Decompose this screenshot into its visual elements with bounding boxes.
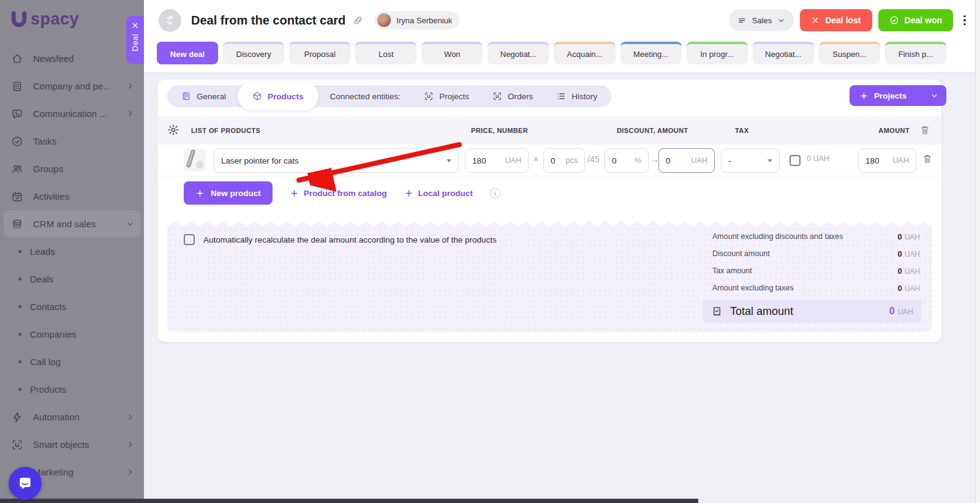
total-amount-row: Total amount 0UAH	[703, 300, 922, 323]
stage-acquaintance[interactable]: Acquain...	[554, 42, 615, 64]
stage-finish[interactable]: Finish p...	[885, 42, 946, 64]
stage-new-deal[interactable]: New deal	[157, 42, 218, 64]
stage-meeting[interactable]: Meeting...	[620, 42, 682, 64]
stage-suspended[interactable]: Suspen...	[819, 42, 880, 64]
tax-included-checkbox[interactable]	[790, 155, 801, 166]
users-icon	[11, 163, 23, 175]
tab-connected-entities[interactable]: Connected entities:	[318, 85, 413, 107]
chevron-right-icon	[126, 110, 134, 118]
product-select[interactable]: Laser pointer for cats	[214, 148, 459, 173]
discount-amount-input[interactable]: 0 UAH	[658, 148, 715, 173]
price-input[interactable]: 180 UAH	[465, 148, 529, 173]
sidebar-item-crm[interactable]: CRM and sales	[4, 210, 140, 238]
tab-orders[interactable]: Orders	[481, 85, 545, 107]
plus-icon	[859, 91, 869, 100]
gear-icon[interactable]	[167, 124, 179, 136]
sidebar-subitem-label: Call log	[30, 357, 61, 367]
chevron-down-icon	[777, 17, 785, 25]
tab-history[interactable]: History	[545, 85, 609, 107]
stage-lost[interactable]: Lost	[355, 42, 417, 64]
kebab-menu-icon[interactable]	[959, 12, 970, 29]
summary-row: Tax amount 0UAH	[703, 262, 922, 279]
stage-label: Meeting...	[633, 50, 668, 59]
local-product-button[interactable]: Local product	[404, 189, 473, 198]
product-from-catalog-button[interactable]: Product from catalog	[290, 189, 387, 198]
stage-in-progress[interactable]: In progr...	[687, 42, 748, 64]
tab-label: Connected entities:	[330, 92, 401, 101]
trash-icon[interactable]	[922, 153, 933, 164]
check-circle-icon	[889, 15, 899, 25]
sidebar-item-label: Smart objects	[33, 439, 116, 450]
stage-label: New deal	[170, 50, 205, 59]
sidebar-item-activities[interactable]: Activities	[0, 183, 144, 210]
close-icon[interactable]	[131, 21, 139, 29]
funnel-select[interactable]: Sales	[729, 9, 794, 31]
sidebar-item-smart-objects[interactable]: Smart objects	[0, 431, 144, 458]
sidebar-item-deals[interactable]: Deals	[0, 265, 144, 293]
uspacy-logo[interactable]: spacy	[0, 0, 144, 29]
stage-proposal[interactable]: Proposal	[289, 42, 350, 64]
pipeline-stages: New deal Discovery Proposal Lost Won Neg…	[157, 42, 946, 64]
sidebar-item-companies[interactable]: Companies	[0, 320, 144, 348]
column-list-of-products: LIST OF PRODUCTS	[191, 116, 260, 145]
support-chat-button[interactable]	[9, 467, 42, 500]
tax-select[interactable]: -	[721, 148, 780, 173]
deal-products-card: General Products Connected entities: Pro…	[157, 80, 941, 342]
sidebar-item-leads[interactable]: Leads	[0, 238, 144, 265]
sidebar-item-groups[interactable]: Groups	[0, 155, 144, 183]
info-icon[interactable]: i	[490, 188, 500, 199]
deal-owner[interactable]: Iryna Serbeniuk	[374, 11, 459, 29]
sidebar-item-products[interactable]: Products	[0, 376, 144, 403]
sidebar-item-tasks[interactable]: Tasks	[0, 127, 144, 155]
multiply-sign: ×	[533, 154, 538, 164]
deal-won-button[interactable]: Deal won	[878, 9, 953, 31]
amount-value: 180	[865, 156, 880, 165]
sidebar-item-label: Activities	[33, 191, 134, 202]
tab-label: Orders	[508, 92, 533, 101]
bottom-edge-strip	[0, 499, 698, 503]
sidebar-item-label: Newsfeed	[33, 53, 134, 64]
stage-label: Won	[444, 50, 461, 59]
summary-row: Amount excluding taxes 0UAH	[703, 279, 922, 297]
stage-won[interactable]: Won	[421, 42, 483, 64]
tab-projects[interactable]: Projects	[412, 85, 481, 107]
qty-value: 0	[551, 156, 556, 165]
deal-side-tab[interactable]: Deal	[126, 16, 144, 64]
column-tax: TAX	[735, 116, 748, 145]
amount-input[interactable]: 180 UAH	[858, 148, 916, 173]
sidebar-item-label: Groups	[33, 164, 134, 174]
stage-discovery[interactable]: Discovery	[223, 42, 284, 64]
sidebar-item-newsfeed[interactable]: Newsfeed	[0, 45, 144, 72]
new-product-label: New product	[211, 189, 261, 198]
recalculate-checkbox[interactable]	[184, 234, 195, 245]
sidebar-item-company[interactable]: Company and pe...	[0, 72, 144, 100]
quantity-input[interactable]: 0 pcs	[543, 148, 585, 173]
link-icon[interactable]	[353, 15, 363, 26]
add-projects-button[interactable]: Projects	[850, 85, 946, 106]
stage-negotiation[interactable]: Negotiat...	[488, 42, 549, 64]
summary-row: Discount amount 0UAH	[703, 245, 922, 262]
sidebar-item-communication[interactable]: Communication ...	[0, 100, 144, 127]
chevron-down-icon[interactable]	[930, 92, 938, 100]
discount-percent-input[interactable]: 0 %	[605, 148, 649, 173]
stage-label: Suspen...	[832, 50, 866, 59]
summary-label: Amount excluding taxes	[712, 284, 794, 292]
sidebar-item-automation[interactable]: Automation	[0, 403, 144, 431]
scan-u-icon	[11, 439, 23, 451]
tab-general[interactable]: General	[170, 85, 238, 107]
chevron-down-icon	[767, 159, 772, 162]
tab-products[interactable]: Products	[238, 82, 318, 110]
arrow-right-sign: →	[650, 154, 659, 164]
chevron-right-icon	[126, 468, 134, 476]
new-product-button[interactable]: New product	[184, 181, 273, 205]
sidebar-subitem-label: Leads	[30, 246, 55, 257]
deal-lost-button[interactable]: Deal lost	[800, 9, 872, 31]
sidebar-item-contacts[interactable]: Contacts	[0, 293, 144, 320]
document-icon	[181, 91, 191, 101]
bullet-icon	[18, 278, 21, 281]
trash-icon[interactable]	[919, 124, 930, 135]
stage-negotiation-2[interactable]: Negotiat...	[753, 42, 814, 64]
sidebar-item-call-log[interactable]: Call log	[0, 348, 144, 376]
page-scrollbar[interactable]	[975, 0, 980, 503]
qty-unit: pcs	[566, 156, 578, 165]
